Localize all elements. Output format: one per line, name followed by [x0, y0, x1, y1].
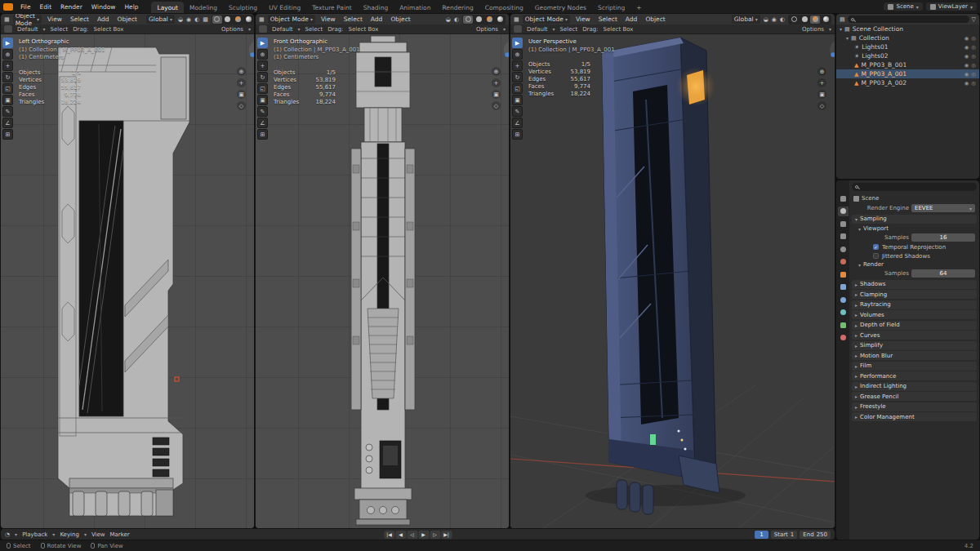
section-curves[interactable]: ▸Curves: [852, 331, 977, 340]
measure-tool[interactable]: ∠: [512, 118, 523, 128]
cursor-tool[interactable]: ⊕: [257, 49, 268, 60]
section-film[interactable]: ▸Film: [852, 362, 977, 371]
rotate-tool[interactable]: ↻: [2, 72, 13, 82]
shading-rendered-button[interactable]: [821, 16, 831, 24]
select-menu[interactable]: Select: [68, 16, 91, 23]
options-button[interactable]: Options: [802, 26, 824, 33]
keying-menu[interactable]: Keying: [60, 531, 79, 538]
shading-material-button[interactable]: [810, 16, 820, 24]
section-freestyle[interactable]: ▸Freestyle: [852, 402, 977, 411]
rotate-tool[interactable]: ↻: [257, 72, 268, 82]
disable-render-icon[interactable]: ◎: [971, 80, 976, 87]
transform-tool[interactable]: ▣: [257, 95, 268, 105]
tab-rendering[interactable]: Rendering: [436, 2, 479, 13]
menu-file[interactable]: File: [16, 2, 35, 11]
shading-solid-button[interactable]: [474, 16, 483, 24]
select-mode-label[interactable]: Select: [305, 26, 323, 33]
world-tab[interactable]: [838, 257, 849, 267]
outliner-row-light[interactable]: ☀ Lights01 ◉ ◎: [836, 42, 979, 51]
play-button[interactable]: ▶: [418, 531, 429, 539]
tool-name[interactable]: Default: [527, 26, 548, 33]
disable-render-icon[interactable]: ◎: [971, 71, 976, 78]
disable-render-icon[interactable]: ◎: [971, 62, 976, 69]
physics-tab[interactable]: [838, 308, 849, 318]
hide-viewport-icon[interactable]: ◉: [964, 35, 969, 42]
camera-view-icon[interactable]: ▣: [237, 90, 246, 99]
pan-icon[interactable]: +: [492, 78, 501, 87]
pan-icon[interactable]: +: [237, 78, 246, 87]
mode-select[interactable]: Object Mode ▾: [13, 15, 42, 24]
zoom-icon[interactable]: ⊕: [492, 67, 501, 76]
xray-icon[interactable]: ▩: [203, 16, 208, 23]
ortho-toggle-icon[interactable]: ◇: [492, 101, 501, 110]
options-button[interactable]: Options: [476, 26, 498, 33]
shading-wireframe-button[interactable]: [463, 16, 473, 24]
proportional-edit-icon[interactable]: ◉: [186, 16, 191, 23]
outliner-row-mesh[interactable]: ▲ M_PP03_A_002 ◉ ◎: [836, 78, 979, 87]
menu-edit[interactable]: Edit: [36, 2, 56, 11]
add-menu[interactable]: Add: [368, 16, 385, 23]
previous-keyframe-button[interactable]: ◀: [395, 531, 406, 539]
shading-wireframe-button[interactable]: [212, 16, 222, 24]
playback-menu[interactable]: Playback: [22, 531, 47, 538]
end-frame-field[interactable]: End 250: [800, 531, 831, 539]
add-cube-tool[interactable]: ⊞: [2, 129, 13, 140]
shading-rendered-button[interactable]: [495, 16, 505, 24]
editor-type-icon[interactable]: ▦: [259, 16, 265, 23]
tool-name[interactable]: Default: [17, 26, 38, 33]
hide-viewport-icon[interactable]: ◉: [964, 80, 969, 87]
disable-render-icon[interactable]: ◎: [971, 53, 976, 60]
cursor-tool[interactable]: ⊕: [512, 49, 523, 60]
overlays-icon[interactable]: ◐: [194, 16, 199, 23]
section-clamping[interactable]: ▸Clamping: [852, 290, 977, 299]
next-keyframe-button[interactable]: ▷: [430, 531, 440, 539]
zoom-icon[interactable]: ⊕: [817, 67, 826, 76]
pan-icon[interactable]: +: [817, 78, 826, 87]
tab-scripting[interactable]: Scripting: [592, 2, 630, 13]
snap-magnet-icon[interactable]: ◒: [446, 16, 451, 23]
select-box-tool[interactable]: ▶: [257, 38, 268, 48]
section-grease-pencil[interactable]: ▸Grease Pencil: [852, 392, 977, 401]
scene-tab[interactable]: [838, 244, 849, 254]
jump-to-start-button[interactable]: |◀: [384, 531, 394, 539]
view-menu[interactable]: View: [318, 16, 338, 23]
render-samples-field[interactable]: 64: [911, 269, 975, 278]
drag-value[interactable]: Select Box: [604, 26, 634, 33]
shading-rendered-button[interactable]: [244, 16, 254, 24]
select-mode-label[interactable]: Select: [51, 26, 69, 33]
outliner-row-light[interactable]: ☀ Lights02 ◉ ◎: [836, 51, 979, 60]
menu-window[interactable]: Window: [87, 2, 120, 11]
section-raytracing[interactable]: ▸Raytracing: [852, 300, 977, 309]
transform-orientation-select[interactable]: Global ▾: [732, 15, 760, 24]
shading-material-button[interactable]: [484, 16, 494, 24]
modifiers-tab[interactable]: [838, 282, 849, 292]
outliner-row-mesh[interactable]: ▲ M_PP03_B_001 ◉ ◎: [836, 60, 979, 69]
transform-tool[interactable]: ▣: [512, 95, 523, 105]
add-menu[interactable]: Add: [623, 16, 640, 23]
marker-menu[interactable]: Marker: [110, 531, 130, 538]
view-menu[interactable]: View: [45, 16, 65, 23]
editor-type-icon[interactable]: ▤: [840, 16, 845, 23]
active-tool-icon[interactable]: [4, 25, 12, 33]
add-menu[interactable]: Add: [95, 16, 112, 23]
transform-orientation-select[interactable]: Global ▾: [146, 15, 175, 24]
measure-tool[interactable]: ∠: [257, 118, 268, 128]
rotate-tool[interactable]: ↻: [512, 72, 523, 82]
object-data-tab[interactable]: [838, 320, 849, 330]
disable-render-icon[interactable]: ◎: [971, 35, 976, 42]
select-box-tool[interactable]: ▶: [512, 38, 523, 48]
editor-type-icon[interactable]: ▦: [514, 16, 519, 23]
shading-solid-button[interactable]: [223, 16, 233, 24]
material-tab[interactable]: [838, 333, 849, 343]
scale-tool[interactable]: ◱: [512, 83, 523, 94]
shading-material-button[interactable]: [234, 16, 243, 24]
shading-wireframe-button[interactable]: [789, 16, 799, 24]
tab-texture-paint[interactable]: Texture Paint: [306, 2, 357, 13]
transform-tool[interactable]: ▣: [2, 95, 13, 105]
temporal-reprojection-checkbox[interactable]: ✓: [873, 244, 879, 250]
overlays-icon[interactable]: ◐: [454, 16, 459, 23]
tab-uv-editing[interactable]: UV Editing: [263, 2, 306, 13]
active-tool-icon[interactable]: [259, 25, 267, 33]
snap-magnet-icon[interactable]: ◒: [764, 16, 768, 23]
tab-compositing[interactable]: Compositing: [479, 2, 529, 13]
